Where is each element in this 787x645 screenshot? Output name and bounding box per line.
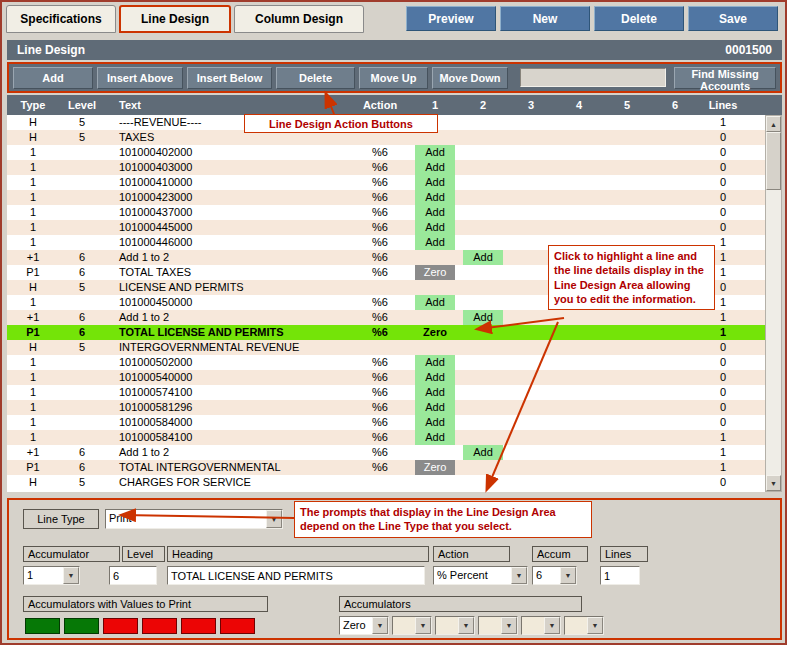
- account-search-input[interactable]: [520, 68, 666, 87]
- line-type-select[interactable]: Print ▼: [105, 509, 283, 529]
- add-action-chip: Add: [415, 205, 455, 220]
- column-header-5: 5: [603, 99, 651, 111]
- accumulator-indicators: [25, 618, 255, 634]
- page-title: Line Design: [17, 43, 85, 57]
- chevron-down-icon[interactable]: ▼: [544, 617, 560, 634]
- document-number: 0001500: [725, 43, 772, 57]
- insert-above-button[interactable]: Insert Above: [97, 67, 183, 89]
- chevron-down-icon[interactable]: ▼: [511, 567, 527, 584]
- column-header-2: 2: [459, 99, 507, 111]
- table-row[interactable]: H5CHARGES FOR SERVICE0: [7, 475, 765, 490]
- scroll-down-button[interactable]: ▼: [766, 475, 781, 491]
- add-action-chip: Add: [415, 145, 455, 160]
- table-row[interactable]: +16Add 1 to 2%6Add1: [7, 310, 765, 325]
- table-row[interactable]: 1101000402000%6Add0: [7, 145, 765, 160]
- accumulator-select[interactable]: ▼: [478, 616, 518, 635]
- tab-line-design[interactable]: Line Design: [119, 5, 231, 33]
- chevron-down-icon[interactable]: ▼: [415, 617, 431, 634]
- column-header-3: 3: [507, 99, 555, 111]
- table-row[interactable]: 1101000502000%6Add0: [7, 355, 765, 370]
- save-button[interactable]: Save: [688, 6, 778, 31]
- action-label: Action: [433, 546, 510, 562]
- annotation-action-buttons: Line Design Action Buttons: [244, 114, 438, 133]
- insert-below-button[interactable]: Insert Below: [187, 67, 272, 89]
- accumulators-with-values-label: Accumulators with Values to Print: [23, 596, 268, 612]
- find-missing-accounts-button[interactable]: Find Missing Accounts: [674, 67, 776, 89]
- scroll-up-button[interactable]: ▲: [766, 116, 781, 132]
- move-up-button[interactable]: Move Up: [359, 67, 428, 89]
- column-header-level: Level: [59, 99, 105, 111]
- table-row[interactable]: 1101000445000%6Add0: [7, 220, 765, 235]
- delete-line-button[interactable]: Delete: [276, 67, 355, 89]
- table-row[interactable]: 1101000403000%6Add0: [7, 160, 765, 175]
- accumulator-select[interactable]: ▼: [435, 616, 475, 635]
- add-action-chip: Add: [415, 295, 455, 310]
- column-header-type: Type: [7, 99, 59, 111]
- accumulator-select[interactable]: 1 ▼: [23, 566, 80, 585]
- table-row[interactable]: P16TOTAL INTERGOVERNMENTAL%6Zero1: [7, 460, 765, 475]
- line-type-label: Line Type: [23, 509, 99, 529]
- scroll-thumb[interactable]: [766, 132, 781, 190]
- action-select[interactable]: % Percent ▼: [433, 566, 528, 585]
- accumulators-label: Accumulators: [339, 596, 582, 612]
- table-row[interactable]: 1101000437000%6Add0: [7, 205, 765, 220]
- table-row[interactable]: 1101000581296%6Add0: [7, 400, 765, 415]
- column-header-1: 1: [411, 99, 459, 111]
- table-row[interactable]: H5INTERGOVERNMENTAL REVENUE0: [7, 340, 765, 355]
- level-field[interactable]: [109, 566, 157, 585]
- table-row[interactable]: 1101000423000%6Add0: [7, 190, 765, 205]
- add-action-chip: Add: [415, 175, 455, 190]
- delete-button[interactable]: Delete: [594, 6, 684, 31]
- accumulator-select[interactable]: ▼: [564, 616, 604, 635]
- add-action-chip: Add: [415, 160, 455, 175]
- table-row[interactable]: P16TOTAL LICENSE AND PERMITS%6Zero1: [7, 325, 765, 340]
- accumulator-indicator-green: [64, 618, 99, 634]
- add-action-chip: Add: [463, 250, 503, 265]
- table-row[interactable]: +16Add 1 to 2%6Add1: [7, 445, 765, 460]
- table-row[interactable]: 1101000574100%6Add0: [7, 385, 765, 400]
- table-row[interactable]: 1101000540000%6Add0: [7, 370, 765, 385]
- column-header-text: Text: [105, 99, 349, 111]
- move-down-button[interactable]: Move Down: [432, 67, 508, 89]
- accumulator-select[interactable]: ▼: [521, 616, 561, 635]
- add-action-chip: Add: [415, 220, 455, 235]
- add-line-button[interactable]: Add: [13, 67, 93, 89]
- table-row[interactable]: 1101000584000%6Add0: [7, 415, 765, 430]
- chevron-down-icon[interactable]: ▼: [560, 567, 576, 584]
- accumulator-selects: Zero▼▼▼▼▼▼: [339, 616, 604, 635]
- chevron-down-icon[interactable]: ▼: [501, 617, 517, 634]
- accumulator-indicator-red: [220, 618, 255, 634]
- table-row[interactable]: 1101000584100%6Add1: [7, 430, 765, 445]
- accumulator-select[interactable]: Zero▼: [339, 616, 389, 635]
- line-type-value: Print: [106, 510, 266, 528]
- accumulator-value: 1: [24, 567, 63, 584]
- zero-action-chip: Zero: [415, 325, 455, 340]
- vertical-scrollbar[interactable]: ▲ ▼: [765, 115, 782, 492]
- chevron-down-icon[interactable]: ▼: [63, 567, 79, 584]
- tab-specifications[interactable]: Specifications: [6, 5, 116, 33]
- lines-field[interactable]: [600, 566, 640, 585]
- level-label: Level: [122, 546, 165, 562]
- accumulator-label: Accumulator: [23, 546, 120, 562]
- accumulator-select[interactable]: ▼: [392, 616, 432, 635]
- chevron-down-icon[interactable]: ▼: [587, 617, 603, 634]
- table-row[interactable]: 1101000410000%6Add0: [7, 175, 765, 190]
- add-action-chip: Add: [415, 190, 455, 205]
- chevron-down-icon[interactable]: ▼: [266, 510, 282, 528]
- annotation-prompts: The prompts that display in the Line Des…: [294, 501, 592, 538]
- tab-column-design[interactable]: Column Design: [234, 5, 364, 33]
- accumulator-indicator-red: [142, 618, 177, 634]
- add-action-chip: Add: [415, 415, 455, 430]
- heading-field[interactable]: [167, 566, 425, 585]
- accum-select[interactable]: 6 ▼: [532, 566, 577, 585]
- accumulator-indicator-red: [181, 618, 216, 634]
- line-action-bar: Add Insert Above Insert Below Delete Mov…: [7, 62, 782, 93]
- tab-bar: Specifications Line Design Column Design…: [2, 2, 785, 36]
- add-action-chip: Add: [463, 445, 503, 460]
- add-action-chip: Add: [415, 235, 455, 250]
- action-value: % Percent: [434, 567, 511, 584]
- chevron-down-icon[interactable]: ▼: [458, 617, 474, 634]
- preview-button[interactable]: Preview: [406, 6, 496, 31]
- new-button[interactable]: New: [500, 6, 590, 31]
- chevron-down-icon[interactable]: ▼: [372, 617, 388, 634]
